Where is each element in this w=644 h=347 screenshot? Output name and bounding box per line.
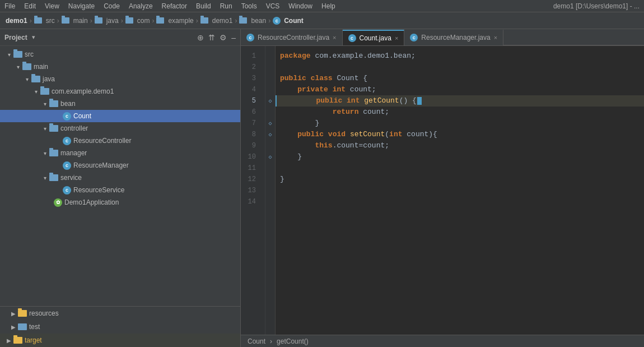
token-int-5: int bbox=[347, 95, 360, 107]
sidebar-collapse-icon[interactable]: ⇈ bbox=[208, 33, 215, 42]
line-num-3: 3 bbox=[241, 73, 260, 84]
tab-resource-manager[interactable]: c ResourceManager.java × bbox=[404, 30, 503, 45]
tree-item-demo1-app[interactable]: ✿ Demo1Application bbox=[0, 196, 240, 209]
tab-label-resource-manager: ResourceManager.java bbox=[421, 34, 490, 41]
tree-label-resource-controller: ResourceController bbox=[73, 137, 131, 145]
sidebar-settings-icon[interactable]: ⚙ bbox=[220, 33, 227, 42]
tree-item-manager[interactable]: ▾ manager bbox=[0, 147, 240, 159]
gutter-3 bbox=[265, 73, 275, 84]
menu-refactor[interactable]: Refactor bbox=[162, 2, 187, 10]
class-icon-resource-service: c bbox=[63, 186, 71, 195]
tree-label-com-example: com.example.demo1 bbox=[52, 87, 114, 95]
breadcrumb-java[interactable]: java bbox=[106, 17, 119, 25]
code-line-2 bbox=[276, 62, 644, 73]
breadcrumb: demo1 › src › main › java › com › exampl… bbox=[0, 12, 644, 29]
sidebar-icons: ⊕ ⇈ ⚙ – bbox=[197, 33, 236, 42]
breadcrumb-icon-bean bbox=[239, 17, 247, 24]
tree-label-resource-service: ResourceService bbox=[73, 186, 124, 194]
sidebar-dropdown-icon[interactable]: ▾ bbox=[32, 34, 35, 41]
menu-vcs[interactable]: VCS bbox=[266, 2, 280, 10]
token-int-8: int bbox=[389, 129, 402, 140]
menu-tools[interactable]: Tools bbox=[241, 2, 257, 10]
tab-close-resource-manager[interactable]: × bbox=[494, 34, 497, 41]
menu-analyze[interactable]: Analyze bbox=[129, 2, 153, 10]
menu-run[interactable]: Run bbox=[220, 2, 232, 10]
breadcrumb-src[interactable]: src bbox=[46, 17, 55, 25]
tree-item-controller[interactable]: ▾ controller bbox=[0, 122, 240, 135]
breadcrumb-icon-src bbox=[34, 17, 42, 24]
gutter-4 bbox=[265, 84, 275, 95]
arrow-controller: ▾ bbox=[40, 126, 49, 132]
folder-icon-target bbox=[13, 337, 22, 344]
breadcrumb-icon-java bbox=[95, 17, 102, 24]
token-class: class bbox=[311, 73, 333, 84]
breadcrumb-main[interactable]: main bbox=[73, 17, 88, 25]
token-void: void bbox=[328, 129, 346, 140]
tree-item-test[interactable]: ▶ test bbox=[0, 320, 240, 334]
tree-label-demo1-app: Demo1Application bbox=[64, 198, 119, 206]
tree-item-resources[interactable]: ▶ resources bbox=[0, 307, 240, 320]
token-int-4: int bbox=[333, 84, 346, 95]
tree-item-java[interactable]: ▾ java bbox=[0, 73, 240, 85]
sidebar-locate-icon[interactable]: ⊕ bbox=[197, 33, 204, 42]
tab-count[interactable]: c Count.java × bbox=[343, 30, 405, 45]
breadcrumb-count[interactable]: Count bbox=[284, 17, 304, 25]
breadcrumb-demo1b[interactable]: demo1 bbox=[212, 17, 233, 25]
code-editor: 1 2 3 4 5 6 7 8 9 10 11 12 13 14 ◇ bbox=[241, 46, 644, 335]
code-line-14 bbox=[276, 196, 644, 207]
main-layout: Project ▾ ⊕ ⇈ ⚙ – ▾ src ▾ main bbox=[0, 29, 644, 347]
tree-item-target[interactable]: ▶ target bbox=[0, 334, 240, 347]
breadcrumb-demo1[interactable]: demo1 bbox=[6, 17, 27, 25]
tree-item-resource-manager[interactable]: c ResourceManager bbox=[0, 159, 240, 172]
menu-window[interactable]: Window bbox=[288, 2, 312, 10]
code-line-6: return count; bbox=[276, 107, 644, 118]
project-tree: ▾ src ▾ main ▾ java ▾ bbox=[0, 46, 240, 306]
menu-navigate[interactable]: Navigate bbox=[68, 2, 95, 10]
menu-help[interactable]: Help bbox=[321, 2, 335, 10]
gutter: ◇ ◇ ◇ ◇ bbox=[265, 46, 276, 335]
tree-item-main[interactable]: ▾ main bbox=[0, 61, 240, 73]
arrow-java: ▾ bbox=[22, 76, 31, 82]
token-package: package bbox=[280, 50, 311, 62]
breadcrumb-icon-example bbox=[156, 17, 164, 24]
tree-label-main: main bbox=[34, 63, 48, 71]
tab-label-count: Count.java bbox=[360, 34, 391, 42]
code-line-3: public class Count { bbox=[276, 73, 644, 84]
tree-item-src[interactable]: ▾ src bbox=[0, 48, 240, 61]
tree-item-resource-service[interactable]: c ResourceService bbox=[0, 184, 240, 196]
menu-view[interactable]: View bbox=[45, 2, 59, 10]
tree-item-count[interactable]: c Count bbox=[0, 110, 240, 122]
menu-build[interactable]: Build bbox=[196, 2, 211, 10]
menu-edit[interactable]: Edit bbox=[24, 2, 36, 10]
tab-resource-controller[interactable]: c ResourceController.java × bbox=[241, 30, 343, 45]
gutter-11 bbox=[265, 163, 275, 174]
sidebar-close-icon[interactable]: – bbox=[231, 33, 236, 42]
tree-item-bean[interactable]: ▾ bean bbox=[0, 98, 240, 110]
token-this: this bbox=[315, 140, 332, 151]
code-content[interactable]: package com.example.demo1.bean; public c… bbox=[276, 46, 644, 335]
tree-label-count: Count bbox=[73, 112, 91, 120]
tree-label-test: test bbox=[29, 323, 40, 331]
tree-item-service[interactable]: ▾ service bbox=[0, 172, 240, 184]
tab-close-resource-controller[interactable]: × bbox=[333, 34, 336, 41]
breadcrumb-example[interactable]: example bbox=[168, 17, 193, 25]
gutter-13 bbox=[265, 185, 275, 196]
code-line-4: private int count; bbox=[276, 84, 644, 95]
line-numbers: 1 2 3 4 5 6 7 8 9 10 11 12 13 14 bbox=[241, 46, 265, 335]
code-line-7: } bbox=[276, 118, 644, 129]
tree-item-com-example[interactable]: ▾ com.example.demo1 bbox=[0, 85, 240, 98]
tab-close-count[interactable]: × bbox=[395, 35, 398, 41]
gutter-10: ◇ bbox=[265, 151, 275, 163]
arrow-test: ▶ bbox=[9, 324, 18, 330]
line-num-5: 5 bbox=[241, 95, 260, 107]
status-arrow: › bbox=[270, 337, 272, 345]
menu-file[interactable]: File bbox=[4, 2, 15, 10]
breadcrumb-com[interactable]: com bbox=[137, 17, 150, 25]
menu-code[interactable]: Code bbox=[104, 2, 120, 10]
tree-item-resource-controller[interactable]: c ResourceController bbox=[0, 135, 240, 147]
line-num-11: 11 bbox=[241, 163, 260, 174]
folder-icon-java bbox=[31, 76, 40, 82]
tree-label-controller: controller bbox=[60, 124, 88, 132]
breadcrumb-bean[interactable]: bean bbox=[251, 17, 266, 25]
arrow-main: ▾ bbox=[13, 64, 22, 70]
